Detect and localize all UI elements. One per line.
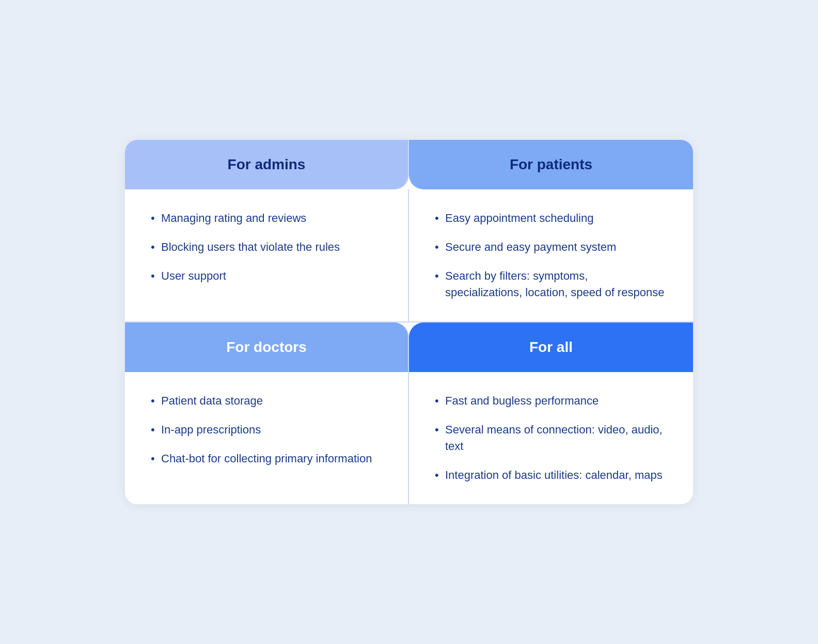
- header-doctors: For doctors: [125, 323, 409, 372]
- list-item: In-app prescriptions: [151, 422, 382, 438]
- list-item: User support: [151, 268, 382, 284]
- header-admins: For admins: [125, 140, 409, 189]
- list-item: Integration of basic utilities: calendar…: [435, 467, 667, 484]
- list-item: Search by filters: symptoms, specializat…: [435, 268, 667, 301]
- header-patients: For patients: [409, 140, 693, 189]
- header-all: For all: [409, 323, 693, 372]
- admins-list: Managing rating and reviews Blocking use…: [151, 210, 382, 284]
- content-admins: Managing rating and reviews Blocking use…: [125, 189, 409, 321]
- all-list: Fast and bugless performance Several mea…: [435, 393, 667, 484]
- patients-list: Easy appointment scheduling Secure and e…: [435, 210, 667, 301]
- list-item: Managing rating and reviews: [151, 210, 382, 227]
- list-item: Patient data storage: [151, 393, 382, 409]
- main-card: For admins For patients Managing rating …: [125, 140, 693, 504]
- list-item: Chat-bot for collecting primary informat…: [151, 450, 382, 467]
- list-item: Fast and bugless performance: [435, 393, 667, 409]
- doctors-list: Patient data storage In-app prescription…: [151, 393, 382, 467]
- list-item: Several means of connection: video, audi…: [435, 422, 667, 455]
- list-item: Easy appointment scheduling: [435, 210, 667, 227]
- list-item: Blocking users that violate the rules: [151, 239, 382, 255]
- content-all: Fast and bugless performance Several mea…: [409, 372, 693, 504]
- list-item: Secure and easy payment system: [435, 239, 667, 255]
- features-grid: For admins For patients Managing rating …: [125, 140, 693, 504]
- content-doctors: Patient data storage In-app prescription…: [125, 372, 409, 504]
- content-patients: Easy appointment scheduling Secure and e…: [409, 189, 693, 321]
